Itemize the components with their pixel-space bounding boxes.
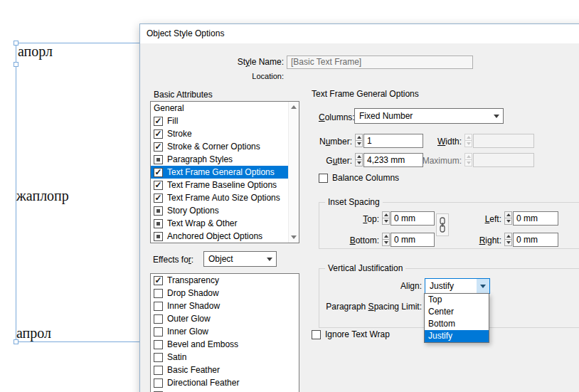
scrollbar[interactable] [288,102,299,243]
checkbox-icon[interactable] [154,302,163,311]
dropdown-option-label: Justify [428,331,452,341]
checkbox-icon [312,330,321,339]
chain-link-icon [439,216,446,233]
checkbox-icon[interactable] [154,276,163,285]
list-item-label: Text Frame Auto Size Options [167,193,280,203]
list-item[interactable]: Inner Glow [151,325,299,338]
gutter-stepper[interactable] [355,153,363,166]
list-item-label: Paragraph Styles [167,154,233,164]
vertical-justification-legend: Vertical Justification [325,263,405,273]
checkbox-icon[interactable] [154,117,163,126]
chevron-down-icon[interactable] [263,252,276,266]
checkbox-icon[interactable] [154,340,163,349]
checkbox-icon[interactable] [154,378,163,388]
inset-right-field[interactable]: 0 mm [513,233,558,247]
stepper-down-button[interactable] [355,140,363,147]
ignore-text-wrap-checkbox[interactable]: Ignore Text Wrap [312,329,390,339]
list-item[interactable]: Satin [151,351,299,364]
list-item-label: Satin [167,352,186,362]
stepper-down-button[interactable] [504,218,512,225]
list-item[interactable]: Stroke [151,127,288,140]
checkbox-icon[interactable] [154,142,163,152]
inset-spacing-group: Inset Spacing Top: 0 mm Left: 0 mm Bo [319,202,579,249]
basic-attributes-list[interactable]: General Fill Stroke Stroke & Corner Opti… [150,101,299,243]
list-item[interactable]: Directional Feather [151,376,299,389]
align-dropdown-popup[interactable]: Top Center Bottom Justify [424,293,489,343]
dialog-titlebar[interactable]: Object Style Options [140,24,579,43]
list-item[interactable]: Text Frame General Options [151,166,288,179]
checkbox-icon[interactable] [154,327,163,337]
checkbox-icon[interactable] [154,194,163,203]
list-item-label: Stroke [167,129,192,139]
dropdown-option[interactable]: Justify [425,330,489,342]
checkbox-icon[interactable] [154,129,163,139]
width-field [473,134,534,148]
chevron-down-icon[interactable] [490,109,503,123]
stepper-down-button[interactable] [355,159,363,166]
inset-left-stepper[interactable] [504,211,512,225]
dropdown-option[interactable]: Center [425,306,489,318]
inset-top-stepper[interactable] [382,211,390,225]
stepper-down-button[interactable] [504,239,512,246]
ignore-text-wrap-label: Ignore Text Wrap [325,329,390,339]
canvas-text-1[interactable]: апорл [18,43,53,60]
chevron-down-icon[interactable] [477,279,489,293]
canvas-text-2[interactable]: жаплопр [16,187,69,204]
checkbox-icon[interactable] [154,314,163,324]
balance-columns-checkbox[interactable]: Balance Columns [319,173,399,183]
number-label: Number: [312,137,352,147]
canvas-text-3[interactable]: апрол [16,324,51,341]
effects-list[interactable]: Transparency Drop Shadow Inner Shadow Ou… [150,273,299,392]
list-item[interactable]: Inner Shadow [151,300,299,312]
checkbox-icon[interactable] [154,168,163,177]
align-label: Align: [355,281,422,291]
stepper-down-button[interactable] [382,239,390,246]
list-item[interactable]: Bevel and Emboss [151,338,299,351]
dropdown-option[interactable]: Bottom [425,318,489,330]
scroll-down-arrow[interactable] [289,232,299,243]
checkbox-icon[interactable] [154,289,163,298]
list-item[interactable] [151,389,299,392]
style-name-field[interactable]: [Basic Text Frame] [287,55,473,69]
list-item[interactable]: Basic Feather [151,364,299,376]
inset-bottom-field[interactable]: 0 mm [391,233,435,247]
columns-value: Fixed Number [359,109,413,123]
align-dropdown[interactable]: Justify [425,278,490,294]
columns-dropdown[interactable]: Fixed Number [354,108,504,124]
effects-for-dropdown[interactable]: Object [203,251,277,267]
checkbox-icon[interactable] [154,353,163,362]
list-item[interactable]: Story Options [151,204,288,217]
checkbox-icon[interactable] [154,366,163,375]
checkbox-icon[interactable] [154,155,163,164]
checkbox-icon[interactable] [154,232,163,241]
list-item[interactable]: Stroke & Corner Options [151,140,288,153]
checkbox-icon[interactable] [154,219,163,228]
list-item[interactable]: Transparency [151,274,299,287]
list-item[interactable]: Text Frame Baseline Options [151,179,288,191]
frame-inport-handle[interactable] [14,62,18,67]
number-stepper[interactable] [355,134,363,147]
make-all-settings-same-button[interactable] [436,213,449,236]
list-item[interactable]: General [151,102,288,115]
list-item[interactable]: Paragraph Styles [151,153,288,166]
list-item[interactable]: Fill [151,115,288,127]
list-item[interactable]: Anchored Object Options [151,230,288,243]
stepper-down-button[interactable] [382,218,390,225]
inset-left-label: Left: [459,214,501,224]
scroll-up-arrow[interactable] [289,102,299,112]
list-item[interactable]: Drop Shadow [151,287,299,300]
checkbox-icon[interactable] [154,206,163,216]
inset-top-field[interactable]: 0 mm [391,211,435,226]
checkbox-icon[interactable] [154,181,163,190]
dropdown-option-label: Center [428,307,454,317]
number-field[interactable]: 1 [363,134,423,148]
text-frame-bottom-edge[interactable] [16,341,140,342]
list-item[interactable]: Text Frame Auto Size Options [151,191,288,204]
dropdown-option[interactable]: Top [425,294,489,306]
inset-bottom-stepper[interactable] [382,233,390,246]
inset-left-field[interactable]: 0 mm [513,211,558,226]
inset-right-stepper[interactable] [504,233,512,246]
object-style-options-dialog: Object Style Options Style Name: [Basic … [139,23,579,392]
list-item[interactable]: Outer Glow [151,312,299,325]
list-item[interactable]: Text Wrap & Other [151,217,288,230]
